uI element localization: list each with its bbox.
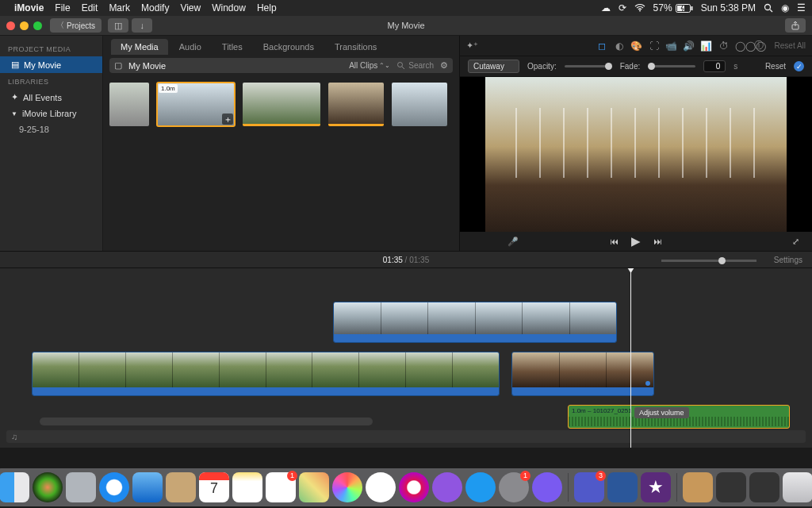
close-window[interactable] (6, 21, 15, 30)
menu-edit[interactable]: Edit (82, 2, 98, 13)
dock-word[interactable] (607, 472, 638, 502)
timeline-clip-overlay[interactable] (333, 302, 617, 343)
app-name[interactable]: iMovie (14, 2, 44, 13)
menu-window[interactable]: Window (212, 2, 246, 13)
dock-siri[interactable] (33, 472, 63, 502)
dock-reminders[interactable]: 1 (266, 472, 296, 502)
sidebar-item-event-date[interactable]: 9-25-18 (0, 121, 102, 137)
dock-itunes[interactable] (399, 472, 429, 502)
minimize-window[interactable] (20, 21, 29, 30)
clip-thumb-1[interactable] (109, 83, 149, 126)
dock-contacts[interactable] (166, 472, 196, 502)
sidebar-item-all-events[interactable]: ✦ All Events (0, 89, 102, 106)
dock-podcasts[interactable] (432, 472, 462, 502)
menu-file[interactable]: File (55, 2, 70, 13)
dock-trash[interactable] (783, 472, 812, 502)
browser-settings-icon[interactable]: ⚙ (440, 60, 448, 71)
dock-appstore[interactable] (465, 472, 496, 502)
battery-status[interactable]: 57% (653, 2, 693, 13)
reset-all-button[interactable]: Reset All (775, 41, 806, 50)
dock-launchpad[interactable] (66, 472, 96, 502)
fade-value[interactable]: 0 (703, 60, 726, 72)
opacity-slider[interactable] (565, 65, 612, 67)
color-balance-icon[interactable]: ◐ (613, 40, 626, 52)
dock-photos[interactable] (332, 472, 362, 502)
tab-transitions[interactable]: Transitions (325, 39, 386, 55)
menu-view[interactable]: View (180, 2, 201, 13)
dock-finder[interactable] (0, 472, 29, 502)
music-well[interactable]: ♫ (6, 430, 806, 443)
clip-thumb-5[interactable] (392, 83, 447, 126)
fullscreen-icon[interactable]: ⤢ (792, 237, 799, 247)
clip-thumb-3[interactable] (243, 83, 320, 126)
tab-backgrounds[interactable]: Backgrounds (254, 39, 324, 55)
import-button[interactable]: ↓ (132, 18, 152, 33)
filter-icon[interactable]: ◯◯◯ (735, 40, 748, 52)
fade-handle-icon[interactable] (645, 381, 650, 386)
back-to-projects-button[interactable]: 〈 Projects (50, 18, 102, 33)
notifications-icon[interactable]: ☰ (797, 2, 806, 13)
volume-icon[interactable]: 🔊 (683, 40, 695, 52)
tab-audio[interactable]: Audio (170, 39, 211, 55)
fade-slider[interactable] (648, 65, 695, 67)
timeline-scrollbar[interactable] (40, 418, 373, 425)
skip-back-icon[interactable]: ⏮ (610, 237, 619, 246)
overlay-mode-select[interactable]: Cutaway (468, 60, 519, 73)
zoom-window[interactable] (33, 21, 42, 30)
dock-teams[interactable]: 3 (574, 472, 604, 502)
dock-chat[interactable] (532, 472, 562, 502)
clip-thumb-4[interactable] (328, 83, 384, 126)
layout-toggle-button[interactable]: ◫ (108, 18, 128, 33)
dock-recent-1[interactable] (716, 472, 746, 502)
timeline-clip-cafe[interactable]: 5.9s (511, 352, 654, 396)
dock-safari[interactable] (99, 472, 129, 502)
menu-modify[interactable]: Modify (141, 2, 169, 13)
timeline-zoom-slider[interactable] (661, 260, 756, 262)
color-correction-icon[interactable]: 🎨 (630, 40, 643, 52)
playhead[interactable] (630, 268, 631, 448)
browser-project-name[interactable]: My Movie (128, 61, 166, 71)
voiceover-mic-icon[interactable]: 🎤 (508, 237, 519, 247)
clip-thumb-2[interactable]: 1.0m ＋ (157, 83, 235, 126)
menu-help[interactable]: Help (257, 2, 277, 13)
disclosure-triangle-icon[interactable]: ▼ (11, 110, 17, 117)
dock-notes[interactable] (232, 472, 262, 502)
dock-mail[interactable] (132, 472, 163, 502)
dock-maps[interactable] (299, 472, 329, 502)
dock-recent-2[interactable] (749, 472, 779, 502)
dock-downloads[interactable] (683, 472, 713, 502)
equalizer-icon[interactable]: 📊 (700, 40, 713, 52)
wifi-icon[interactable] (634, 4, 645, 12)
spotlight-icon[interactable] (764, 3, 773, 13)
dock-messages[interactable] (366, 472, 396, 502)
stabilization-icon[interactable]: 📹 (665, 40, 678, 52)
dock-calendar[interactable]: 7 (199, 472, 229, 502)
crop-icon[interactable]: ⛶ (648, 40, 661, 52)
enhance-wand-icon[interactable]: ✦⁺ (466, 40, 478, 51)
apply-check-icon[interactable]: ✓ (794, 61, 804, 71)
timeline-settings-button[interactable]: Settings (774, 256, 802, 264)
add-clip-icon[interactable]: ＋ (222, 114, 233, 125)
siri-icon[interactable]: ◉ (781, 2, 789, 13)
clip-filter-menu[interactable]: All Clips ⌃⌄ (349, 61, 390, 70)
overlay-settings-icon[interactable]: ◻ (596, 40, 608, 52)
search-field[interactable]: Search (396, 61, 434, 70)
timeline-clip-mountain[interactable] (32, 352, 500, 396)
sync-icon[interactable]: ⟳ (619, 2, 626, 13)
selection-mode-icon[interactable]: ▢ (114, 60, 122, 71)
speed-icon[interactable]: ⏱ (718, 40, 730, 52)
info-icon[interactable]: ⓘ (753, 39, 765, 52)
play-icon[interactable]: ▶ (631, 234, 641, 248)
sidebar-item-my-movie[interactable]: ▤ My Movie (0, 56, 102, 73)
tab-my-media[interactable]: My Media (111, 39, 168, 55)
menu-mark[interactable]: Mark (109, 2, 130, 13)
skip-forward-icon[interactable]: ⏭ (653, 237, 662, 246)
share-button[interactable] (785, 18, 806, 33)
preview-viewport[interactable] (460, 77, 812, 232)
dock-imovie[interactable]: ★ (641, 472, 671, 502)
cloud-status-icon[interactable]: ☁︎ (601, 2, 611, 13)
timeline[interactable]: 5.9s 1.0m – 101027_0251 Adjust volume ♫ (0, 268, 812, 448)
sidebar-item-library[interactable]: ▼ iMovie Library (0, 106, 102, 121)
reset-button[interactable]: Reset (765, 62, 786, 71)
tab-titles[interactable]: Titles (213, 39, 252, 55)
